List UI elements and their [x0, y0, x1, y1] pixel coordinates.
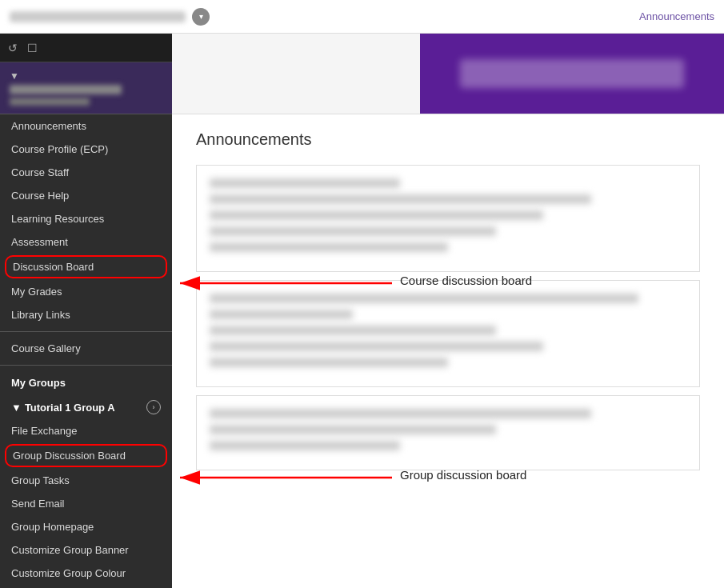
announcement-body-1 — [210, 194, 591, 204]
nav-item-customize-colour[interactable]: Customize Group Colour — [0, 562, 172, 585]
nav-item-announcements[interactable]: Announcements — [0, 114, 172, 138]
page-title: Announcements — [196, 130, 700, 149]
announcement-body-6 — [210, 310, 353, 319]
announcement-body-3 — [210, 226, 496, 236]
course-toggle[interactable]: ▼ — [10, 70, 162, 82]
announcement-body-12 — [210, 441, 400, 450]
my-groups-header: My Groups — [0, 370, 172, 395]
nav-item-course-gallery[interactable]: Course Gallery — [0, 337, 172, 360]
course-title-blurred — [10, 85, 122, 94]
announcement-body-4 — [210, 242, 448, 252]
nav-item-group-discussion-board[interactable]: Group Discussion Board — [5, 444, 167, 467]
nav-item-file-exchange[interactable]: File Exchange — [0, 419, 172, 442]
toggle-icon: ▼ — [11, 402, 22, 414]
bookmark-icon[interactable]: ☐ — [27, 42, 38, 54]
group-nav-circle-icon[interactable]: › — [146, 400, 161, 414]
top-bar: ▾ Announcements — [0, 0, 724, 34]
toggle-arrow-icon: ▼ — [10, 70, 19, 82]
chevron-down-icon[interactable]: ▾ — [192, 8, 210, 26]
announcement-body-5 — [210, 294, 638, 303]
course-subtitle-blurred — [10, 98, 90, 106]
announcement-card-3 — [196, 395, 700, 470]
nav-item-my-grades[interactable]: My Grades — [0, 280, 172, 303]
nav-item-customize-banner[interactable]: Customize Group Banner — [0, 538, 172, 562]
nav-item-course-staff[interactable]: Course Staff — [0, 161, 172, 184]
main-layout: ↺ ☐ ▼ Announcements Course Profile (ECP)… — [0, 34, 724, 588]
nav-item-group-tasks[interactable]: Group Tasks — [0, 469, 172, 492]
nav-item-course-help[interactable]: Course Help — [0, 184, 172, 207]
content-main: Announcements — [172, 114, 724, 588]
sidebar-toolbar: ↺ ☐ — [0, 34, 172, 62]
tutorial-group-toggle: ▼ Tutorial 1 Group A — [11, 402, 115, 414]
announcement-body-11 — [210, 425, 496, 434]
top-bar-blurred-title — [10, 11, 186, 22]
announcements-link[interactable]: Announcements — [639, 10, 714, 22]
announcement-body-9 — [210, 358, 448, 367]
sidebar: ↺ ☐ ▼ Announcements Course Profile (ECP)… — [0, 34, 172, 588]
my-groups-label: My Groups — [11, 377, 66, 389]
announcement-body-8 — [210, 342, 543, 351]
tutorial-group-header[interactable]: ▼ Tutorial 1 Group A › — [0, 395, 172, 419]
groups-section: My Groups ▼ Tutorial 1 Group A › File Ex… — [0, 370, 172, 585]
announcement-title-blurred — [210, 178, 400, 188]
announcement-body-2 — [210, 210, 543, 220]
refresh-icon[interactable]: ↺ — [8, 42, 18, 54]
nav-item-learning-resources[interactable]: Learning Resources — [0, 207, 172, 230]
content-area: Announcements — [172, 34, 724, 588]
course-header: ▼ — [0, 62, 172, 114]
tutorial-group-label: Tutorial 1 Group A — [25, 402, 115, 414]
nav-item-assessment[interactable]: Assessment — [0, 230, 172, 254]
nav-item-course-profile[interactable]: Course Profile (ECP) — [0, 138, 172, 161]
announcement-card-1 — [196, 165, 700, 272]
banner-purple — [420, 34, 724, 114]
nav-item-send-email[interactable]: Send Email — [0, 492, 172, 515]
content-banner — [172, 34, 724, 114]
announcement-body-7 — [210, 326, 496, 335]
announcement-body-10 — [210, 409, 591, 418]
nav-item-discussion-board[interactable]: Discussion Board — [5, 255, 167, 278]
nav-divider — [0, 331, 172, 332]
nav-divider-2 — [0, 365, 172, 366]
nav-item-library-links[interactable]: Library Links — [0, 303, 172, 326]
top-bar-left: ▾ — [10, 8, 623, 26]
nav-item-group-homepage[interactable]: Group Homepage — [0, 515, 172, 538]
banner-text-blurred — [460, 59, 684, 88]
announcement-card-2 — [196, 280, 700, 387]
